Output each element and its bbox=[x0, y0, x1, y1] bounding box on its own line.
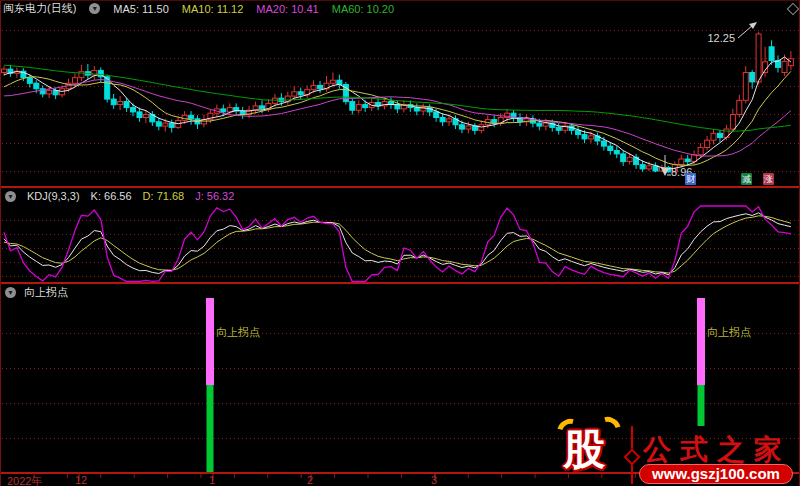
marker-badge[interactable]: 涨 bbox=[763, 173, 774, 185]
logo-glyph: 股 bbox=[563, 427, 605, 473]
kdj-k-value: K: 66.56 bbox=[91, 190, 132, 202]
logo-url: www.gszj100.com bbox=[639, 464, 793, 484]
x-axis-label: 12 bbox=[75, 474, 87, 486]
ma-legend-item: MA10: 11.12 bbox=[182, 3, 244, 15]
chevron-down-icon[interactable]: ▾ bbox=[5, 287, 16, 298]
diamond-icon bbox=[624, 449, 641, 466]
chart-canvas[interactable] bbox=[1, 1, 800, 486]
ma-legend: MA5: 11.50MA10: 11.12MA20: 10.41MA60: 10… bbox=[113, 3, 394, 15]
signal-panel-header: ▾ 向上拐点 bbox=[5, 285, 68, 300]
marker-badge[interactable]: 财 bbox=[685, 173, 696, 185]
kdj-header: ▾ KDJ(9,3,3) K: 66.56 D: 71.68 J: 56.32 bbox=[5, 190, 234, 202]
chevron-down-icon[interactable]: ▾ bbox=[89, 3, 100, 14]
high-price-label: 12.25 bbox=[693, 32, 735, 44]
marker-badge[interactable]: 减 bbox=[741, 173, 752, 185]
signal-panel-title: 向上拐点 bbox=[24, 285, 68, 300]
ma-legend-item: MA60: 10.20 bbox=[332, 3, 394, 15]
kdj-j-value: J: 56.32 bbox=[195, 190, 234, 202]
x-axis-label: 3 bbox=[431, 474, 437, 486]
kdj-d-value: D: 71.68 bbox=[143, 190, 185, 202]
x-axis-label: 1 bbox=[209, 474, 215, 486]
signal-label: 向上拐点 bbox=[216, 325, 260, 340]
main-chart-header: 闽东电力(日线) ▾ MA5: 11.50MA10: 11.12MA20: 10… bbox=[3, 2, 394, 15]
watermark-logo: 股 公式之家 www.gszj100.com bbox=[553, 418, 799, 486]
x-axis-label: 2022年 bbox=[7, 474, 42, 486]
stock-app-window: 闽东电力(日线) ▾ MA5: 11.50MA10: 11.12MA20: 10… bbox=[0, 0, 800, 486]
ma-legend-item: MA5: 11.50 bbox=[113, 3, 168, 15]
kdj-title: KDJ(9,3,3) bbox=[27, 190, 80, 202]
ma-legend-item: MA20: 10.41 bbox=[256, 3, 318, 15]
stock-title: 闽东电力(日线) bbox=[3, 1, 76, 16]
chevron-down-icon[interactable]: ▾ bbox=[5, 191, 16, 202]
signal-label: 向上拐点 bbox=[707, 325, 751, 340]
x-axis-label: 2 bbox=[307, 474, 313, 486]
